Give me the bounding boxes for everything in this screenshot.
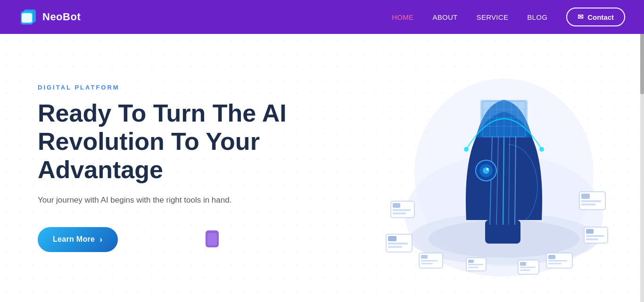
nav-home[interactable]: HOME [392, 13, 413, 21]
svg-rect-32 [548, 263, 561, 264]
svg-rect-30 [548, 255, 555, 259]
svg-rect-20 [421, 263, 433, 264]
hero-right [354, 34, 644, 302]
svg-rect-38 [520, 262, 526, 266]
svg-rect-10 [393, 203, 400, 208]
hero-tagline: DIGITAL PLATFORM [38, 84, 354, 91]
svg-point-59 [483, 167, 489, 174]
svg-rect-27 [586, 235, 604, 237]
svg-rect-19 [421, 260, 438, 261]
arrow-icon: › [99, 235, 102, 245]
contact-button[interactable]: ✉ Contact [566, 8, 625, 26]
svg-rect-28 [586, 238, 598, 240]
svg-point-62 [539, 147, 544, 152]
svg-rect-26 [586, 229, 594, 234]
nav-blog[interactable]: BLOG [527, 13, 547, 21]
learn-more-button[interactable]: Learn More › [38, 227, 118, 252]
hero-title-line2: Revolution To Your Advantage [38, 128, 260, 183]
hero-title: Ready To Turn The AI Revolution To Your … [38, 99, 330, 184]
svg-rect-18 [421, 255, 428, 259]
svg-point-60 [486, 168, 488, 170]
svg-rect-16 [388, 246, 402, 248]
navbar: NeoBot HOME ABOUT SERVICE BLOG ✉ Contact [0, 0, 644, 34]
svg-rect-4 [207, 233, 217, 245]
hero-subtitle: Your journey with AI begins with the rig… [38, 194, 245, 206]
nav-about[interactable]: ABOUT [432, 13, 457, 21]
contact-label: Contact [587, 13, 614, 21]
svg-rect-35 [468, 264, 483, 265]
svg-rect-24 [581, 204, 595, 205]
svg-rect-39 [520, 267, 536, 268]
svg-rect-40 [520, 269, 530, 271]
svg-rect-31 [548, 260, 567, 261]
learn-more-label: Learn More [53, 235, 95, 244]
svg-rect-15 [388, 243, 408, 245]
logo-area[interactable]: NeoBot [19, 8, 81, 26]
logo-icon [19, 8, 38, 26]
hero-section: DIGITAL PLATFORM Ready To Turn The AI Re… [0, 34, 644, 302]
svg-rect-23 [581, 200, 601, 202]
svg-rect-36 [468, 267, 479, 268]
svg-rect-11 [393, 209, 411, 211]
hero-title-line1: Ready To Turn The AI [38, 99, 287, 127]
svg-rect-2 [22, 13, 32, 23]
envelope-icon: ✉ [578, 13, 584, 21]
hero-left: DIGITAL PLATFORM Ready To Turn The AI Re… [0, 56, 354, 280]
svg-rect-34 [468, 260, 474, 263]
nav-service[interactable]: SERVICE [477, 13, 509, 21]
ai-illustration [377, 50, 622, 286]
nav-links: HOME ABOUT SERVICE BLOG ✉ Contact [392, 8, 625, 26]
svg-point-61 [464, 147, 469, 152]
logo-text: NeoBot [42, 11, 81, 23]
svg-rect-12 [393, 212, 406, 214]
deco-document-icon [203, 229, 225, 252]
svg-rect-14 [388, 236, 396, 241]
svg-rect-22 [581, 194, 590, 199]
